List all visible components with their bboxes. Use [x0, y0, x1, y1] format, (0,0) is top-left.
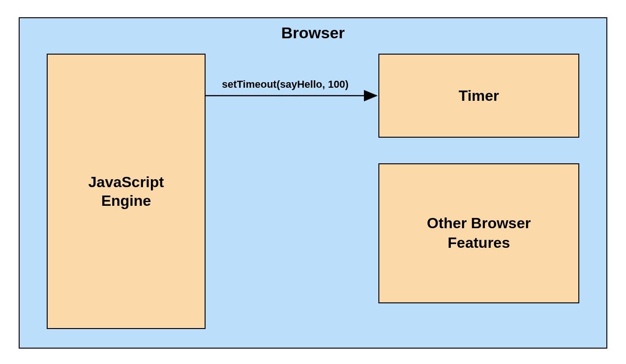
timer-box: Timer [378, 54, 579, 138]
timer-label: Timer [459, 87, 499, 105]
arrow-label: setTimeout(sayHello, 100) [222, 78, 349, 91]
js-engine-label: JavaScript Engine [88, 173, 164, 210]
other-features-label: Other Browser Features [427, 214, 531, 252]
other-features-box: Other Browser Features [378, 163, 579, 303]
diagram-canvas: Browser JavaScript Engine Timer Other Br… [0, 0, 626, 364]
browser-title: Browser [20, 24, 606, 42]
js-engine-box: JavaScript Engine [47, 54, 206, 329]
